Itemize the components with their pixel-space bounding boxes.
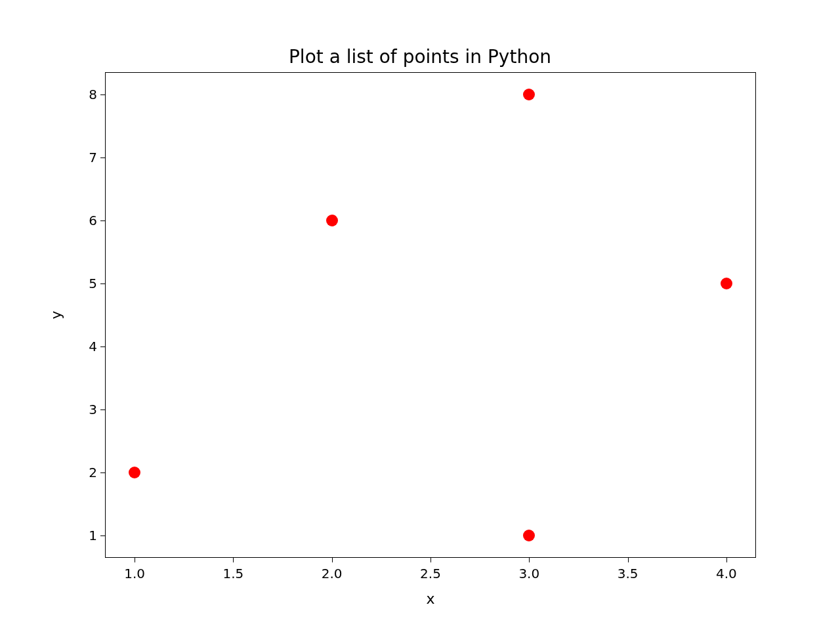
x-tick-label: 2.5 <box>420 566 441 581</box>
x-tick-mark <box>430 558 431 562</box>
data-point <box>326 215 338 226</box>
y-tick-label: 6 <box>84 213 97 228</box>
y-tick-label: 4 <box>84 339 97 354</box>
y-tick-mark <box>100 410 105 410</box>
y-tick-label: 3 <box>84 402 97 417</box>
x-tick-label: 3.0 <box>518 566 539 581</box>
y-tick-mark <box>100 284 105 284</box>
figure: Plot a list of points in Python x y 1.01… <box>0 0 840 630</box>
x-tick-label: 1.5 <box>222 566 243 581</box>
y-tick-label: 8 <box>84 87 97 102</box>
y-tick-label: 2 <box>84 465 97 480</box>
x-tick-label: 4.0 <box>716 566 737 581</box>
y-tick-mark <box>100 220 105 221</box>
y-tick-mark <box>100 472 105 473</box>
y-tick-label: 7 <box>84 150 97 165</box>
data-point <box>721 278 732 289</box>
x-tick-mark <box>233 558 234 562</box>
y-tick-label: 1 <box>84 528 97 543</box>
y-tick-mark <box>100 346 105 347</box>
x-tick-mark <box>726 558 727 562</box>
data-point <box>523 530 535 541</box>
x-tick-label: 1.0 <box>124 566 145 581</box>
y-tick-mark <box>100 158 105 158</box>
y-axis-label: y <box>48 310 64 319</box>
y-tick-mark <box>100 536 105 536</box>
y-tick-label: 5 <box>84 276 97 291</box>
plot-axes <box>105 72 756 558</box>
data-point <box>523 89 535 100</box>
x-tick-label: 2.0 <box>322 566 343 581</box>
chart-title: Plot a list of points in Python <box>0 46 840 68</box>
x-tick-label: 3.5 <box>618 566 639 581</box>
x-tick-mark <box>332 558 333 562</box>
x-tick-mark <box>628 558 629 562</box>
data-point <box>129 467 140 478</box>
x-axis-label: x <box>105 591 756 607</box>
x-tick-mark <box>529 558 530 562</box>
y-tick-mark <box>100 94 105 95</box>
x-tick-mark <box>135 558 135 562</box>
